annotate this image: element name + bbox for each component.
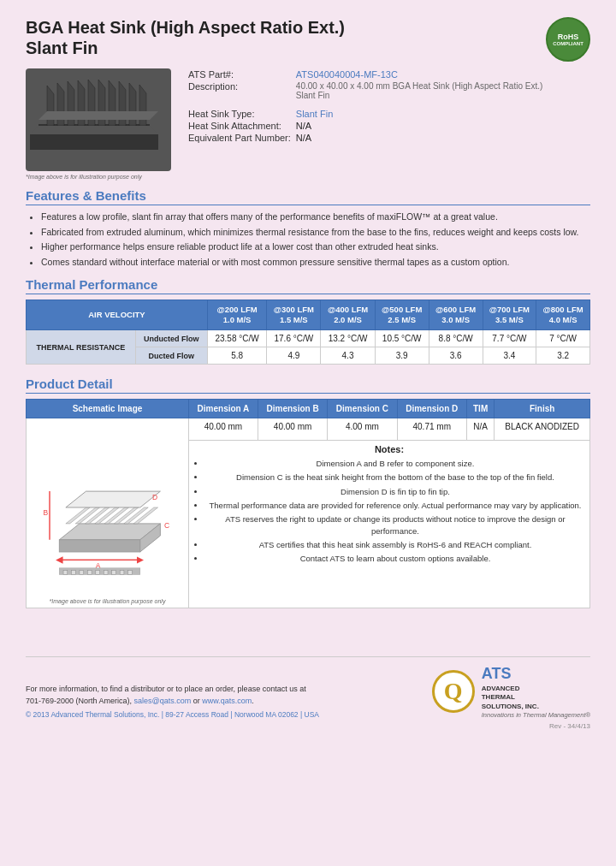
detail-header: Finish	[495, 400, 590, 418]
svg-rect-38	[95, 571, 99, 575]
note-item: Thermal performance data are provided fo…	[205, 500, 585, 511]
notes-title: Notes:	[193, 444, 585, 454]
thermal-value: 8.8 °C/W	[429, 330, 483, 347]
svg-rect-37	[87, 571, 92, 575]
part-details: ATS Part#: ATS040040004-MF-13C Descripti…	[188, 68, 553, 180]
svg-rect-42	[127, 571, 132, 575]
feature-item: Fabricated from extruded aluminum, which…	[41, 226, 590, 239]
schematic-image-cell: A B C D	[27, 418, 189, 608]
thermal-row: THERMAL RESISTANCEUnducted Flow23.58 °C/…	[27, 330, 590, 347]
dim-c-value: 4.00 mm	[328, 418, 397, 441]
thermal-value: 7.7 °C/W	[483, 330, 536, 347]
thermal-resistance-label: THERMAL RESISTANCE	[27, 330, 136, 365]
detail-header: Dimension D	[397, 400, 466, 418]
flow-type-label: Ducted Flow	[135, 347, 207, 365]
feature-item: Comes standard without interface materia…	[41, 256, 590, 269]
th-col1: @200 LFM1.0 M/S	[207, 300, 266, 330]
svg-rect-34	[63, 571, 68, 575]
thermal-value: 3.9	[375, 347, 429, 365]
svg-marker-11	[30, 126, 158, 134]
th-col6: @700 LFM3.5 M/S	[483, 300, 536, 330]
thermal-value: 10.5 °C/W	[375, 330, 429, 347]
svg-rect-15	[59, 540, 139, 552]
detail-header: Dimension C	[328, 400, 397, 418]
note-item: ATS certifies that this heat sink assemb…	[205, 539, 585, 550]
note-item: Contact ATS to learn about custom option…	[205, 553, 585, 564]
th-col3: @400 LFM2.0 M/S	[321, 300, 375, 330]
th-col5: @600 LFM3.0 M/S	[429, 300, 483, 330]
product-info-section: *Image above is for illustration purpose…	[26, 68, 590, 180]
footer: For more information, to find a distribu…	[26, 656, 590, 719]
detail-header: Schematic Image	[27, 400, 189, 418]
svg-marker-25	[65, 492, 160, 508]
schematic-note: *Image above is for illustration purpose…	[31, 598, 184, 604]
air-velocity-header: AIR VELOCITY	[27, 300, 208, 330]
ats-logo: Q ATS ADVANCEDTHERMALSOLUTIONS, INC. Inn…	[432, 664, 590, 719]
svg-marker-13	[38, 111, 158, 120]
note-item: Dimension D is fin tip to fin tip.	[205, 486, 585, 497]
thermal-value: 7 °C/W	[536, 330, 590, 347]
th-col7: @800 LFM4.0 M/S	[536, 300, 590, 330]
svg-rect-35	[71, 571, 75, 575]
page-number: Rev - 34/4/13	[26, 722, 590, 730]
note-item: Dimension C is the heat sink height from…	[205, 472, 585, 483]
thermal-value: 3.4	[483, 347, 536, 365]
features-list: Features a low profile, slant fin array …	[41, 211, 590, 269]
features-section-title: Features & Benefits	[26, 188, 590, 205]
product-detail-section-title: Product Detail	[26, 377, 590, 394]
dim-a-value: 40.00 mm	[189, 418, 258, 441]
ats-q-icon: Q	[432, 670, 475, 713]
detail-header: TIM	[466, 400, 494, 418]
product-image	[26, 68, 171, 171]
feature-item: Higher performance helps ensure reliable…	[41, 240, 590, 253]
footer-contact: For more information, to find a distribu…	[26, 684, 319, 707]
svg-rect-41	[120, 571, 124, 575]
thermal-value: 3.6	[429, 347, 483, 365]
svg-text:B: B	[43, 509, 48, 518]
dim-b-value: 40.00 mm	[258, 418, 327, 441]
th-col4: @500 LFM2.5 M/S	[375, 300, 429, 330]
svg-text:C: C	[164, 521, 169, 530]
thermal-table: AIR VELOCITY @200 LFM1.0 M/S @300 LFM1.5…	[26, 300, 590, 365]
finish-value: BLACK ANODIZED	[495, 418, 590, 441]
tim-value: N/A	[466, 418, 494, 441]
th-col2: @300 LFM1.5 M/S	[267, 300, 321, 330]
thermal-value: 3.2	[536, 347, 590, 365]
thermal-section-title: Thermal Performance	[26, 277, 590, 294]
ats-tagline: Innovations in Thermal Management®	[482, 711, 590, 719]
notes-cell: Notes: Dimension A and B refer to compon…	[189, 441, 590, 608]
svg-rect-39	[104, 571, 108, 575]
dim-d-value: 40.71 mm	[397, 418, 466, 441]
svg-rect-36	[79, 571, 83, 575]
note-item: Dimension A and B refer to component siz…	[205, 458, 585, 469]
thermal-value: 4.3	[321, 347, 375, 365]
thermal-value: 5.8	[207, 347, 266, 365]
image-note: *Image above is for illustration purpose…	[26, 174, 171, 180]
detail-header: Dimension A	[189, 400, 258, 418]
thermal-value: 17.6 °C/W	[267, 330, 321, 347]
note-item: ATS reserves the right to update or chan…	[205, 513, 585, 537]
flow-type-label: Unducted Flow	[135, 330, 207, 347]
thermal-value: 13.2 °C/W	[321, 330, 375, 347]
feature-item: Features a low profile, slant fin array …	[41, 211, 590, 223]
svg-text:D: D	[151, 493, 157, 501]
svg-rect-12	[30, 134, 158, 150]
thermal-value: 4.9	[267, 347, 321, 365]
rohs-badge: RoHS COMPLIANT	[546, 17, 590, 62]
notes-list: Dimension A and B refer to component siz…	[205, 458, 585, 564]
product-detail-table: Schematic ImageDimension ADimension BDim…	[26, 399, 590, 608]
footer-copyright: © 2013 Advanced Thermal Solutions, Inc. …	[26, 710, 319, 719]
detail-header: Dimension B	[258, 400, 327, 418]
page-title: BGA Heat Sink (High Aspect Ratio Ext.) S…	[26, 17, 345, 58]
ats-logo-text: ATS ADVANCEDTHERMALSOLUTIONS, INC.	[482, 664, 590, 711]
thermal-value: 23.58 °C/W	[207, 330, 266, 347]
svg-rect-40	[111, 571, 116, 575]
